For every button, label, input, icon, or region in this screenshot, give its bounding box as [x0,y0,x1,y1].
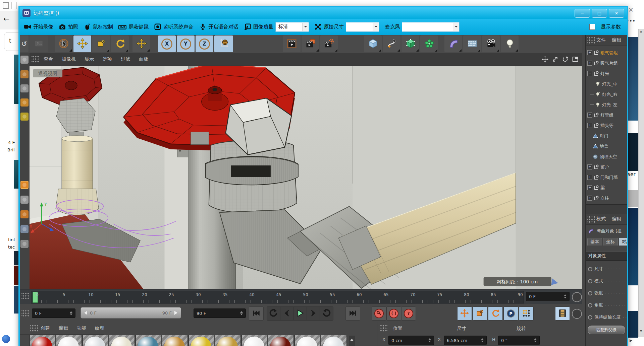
spinner-icon[interactable] [240,310,243,317]
current-frame-field[interactable]: 0 F [32,308,75,318]
chevron-down-icon[interactable] [302,23,308,31]
play-button[interactable] [293,307,307,320]
mouse-control-button[interactable]: 鼠标控制 [84,23,113,30]
voice-chat-button[interactable]: 开启语音对话 [199,23,238,30]
last-used-tool-button[interactable] [132,36,150,52]
viewport-zoom-icon[interactable] [551,55,559,64]
texture-mode-icon[interactable] [20,84,29,92]
autokey-button[interactable]: ( ) [386,306,401,321]
attribute-manager-menu-item[interactable]: 编辑 [612,216,621,222]
attribute-property-row[interactable]: 尺寸 [586,264,627,274]
parameter-circle-icon[interactable] [588,303,592,307]
expand-icon[interactable] [587,123,592,128]
attribute-property-row[interactable]: 角度 [586,300,627,310]
object-tree-row[interactable]: 灯光_中 [586,79,627,89]
size-x-field[interactable]: 6.585 cm [444,336,487,345]
keyframe-help-button[interactable]: ? [401,306,416,321]
prev-key-button[interactable] [267,307,280,320]
attribute-tab-3[interactable]: 对象 [619,238,627,246]
maximize-button[interactable]: □ [592,9,607,18]
object-tree-row[interactable]: 立柱 [586,193,627,203]
image-quality-group[interactable]: 图像质量标清 [244,22,309,32]
attribute-manager-menu-item[interactable]: 模式 [596,216,606,222]
object-tree-row[interactable]: 门和门墙 [586,172,627,183]
object-tree-row[interactable]: 梁 [586,183,627,193]
spinner-icon[interactable] [481,337,484,344]
original-size-group[interactable]: 原始尺寸 [314,22,379,32]
texture-axis-icon[interactable] [20,181,29,189]
scale-tool-button[interactable] [92,36,110,52]
parameter-circle-icon[interactable] [588,315,592,320]
material-sphere[interactable] [241,335,267,346]
material-menu-item[interactable]: 编辑 [59,325,68,331]
parameter-circle-icon[interactable] [588,291,592,295]
end-frame-field[interactable]: 90 F [194,308,246,318]
original-size-group-dropdown[interactable] [346,22,379,32]
viewport-3d[interactable]: Y X [30,66,582,289]
polygons-mode-icon[interactable] [20,210,29,218]
material-menu-item[interactable]: 纹理 [95,325,104,331]
coordinate-system-button[interactable] [214,36,233,52]
goto-end-button[interactable] [345,306,360,321]
expand-icon[interactable] [587,185,592,190]
snap-settings-icon[interactable] [20,240,29,248]
frame-counter-field[interactable]: 0 F [526,292,570,301]
next-frame-button[interactable] [307,307,320,320]
points-mode-icon[interactable] [20,113,29,121]
add-cube-primitive-button[interactable] [364,36,382,52]
expand-icon[interactable] [587,175,592,180]
panel-grip[interactable] [587,37,595,44]
material-sphere[interactable] [56,335,82,346]
minimize-button[interactable]: ─ [575,9,590,18]
render-view-button[interactable] [283,36,301,52]
spinner-icon[interactable] [534,337,537,344]
material-sphere[interactable] [30,335,55,346]
object-manager-menu-item[interactable]: 文件 [596,37,606,43]
material-sphere[interactable] [83,335,108,346]
back-icon[interactable]: ← [3,15,9,23]
key-scale-button[interactable] [473,306,487,321]
rotation-h-field[interactable]: 0 ° [498,336,540,345]
material-sphere[interactable] [136,335,161,346]
expand-icon[interactable] [587,196,592,201]
select-tool-button[interactable] [55,36,72,52]
subdivision-surface-button[interactable] [401,36,419,52]
collapse-icon[interactable] [587,71,592,76]
position-x-field[interactable]: 0 cm [388,336,434,345]
goto-start-button[interactable] [249,306,264,321]
panel-grip[interactable] [587,215,595,223]
panel-grip[interactable] [379,325,387,332]
attribute-property-row[interactable]: 模式 [586,276,627,286]
object-tree-row[interactable]: 插头等 [586,120,627,131]
chevron-down-icon[interactable] [453,23,459,31]
material-sphere[interactable] [162,335,188,346]
key-position-button[interactable] [457,306,472,321]
object-tree-row[interactable]: 窗户 [586,162,627,172]
render-to-picture-viewer-button[interactable] [302,36,319,52]
viewport-menu-item[interactable]: 过滤 [116,56,135,62]
block-keyboard-mouse-button[interactable]: 屏蔽键鼠 [118,23,149,30]
object-tree-row[interactable]: 灯光_左 [586,99,627,110]
object-manager-menu-item[interactable]: 编辑 [612,37,621,43]
workplane-icon[interactable] [20,98,29,107]
listen-system-audio-button[interactable]: 监听系统声音 [154,23,194,30]
material-sphere[interactable] [109,335,135,346]
spinner-icon[interactable] [428,337,431,344]
undo-tool-button[interactable]: ↺ [20,36,29,52]
object-tree-row[interactable]: 对门 [586,131,627,141]
material-sphere[interactable] [268,335,294,346]
material-scrollbar[interactable] [349,336,355,346]
object-tree-row[interactable]: 灯光 [586,68,627,79]
material-sphere[interactable] [189,335,214,346]
lock-y-axis-button[interactable]: Y [177,36,195,52]
picture-viewer-button[interactable] [30,36,48,52]
expand-icon[interactable] [587,164,592,169]
close-icon[interactable]: ✕ [628,6,634,13]
attribute-property-row[interactable]: 保持纵轴长度 [586,312,627,322]
keyframe-circle-button[interactable] [572,292,582,302]
rotate-tool-button[interactable] [111,36,129,52]
record-keyframe-button[interactable] [372,306,386,321]
attribute-property-row[interactable]: 强度 [586,288,627,298]
range-left-arrow-icon[interactable] [84,311,87,315]
lock-x-axis-button[interactable]: X [158,36,176,52]
